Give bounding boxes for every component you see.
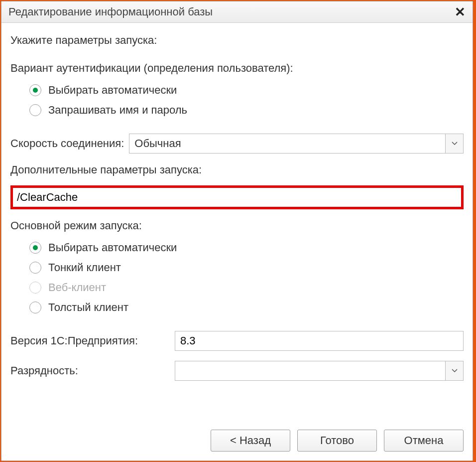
speed-value: Обычная — [129, 134, 445, 153]
auth-radio-group: Выбирать автоматически Запрашивать имя и… — [29, 84, 464, 124]
back-button[interactable]: < Назад — [211, 430, 290, 452]
radio-icon — [29, 242, 41, 254]
auth-label: Вариант аутентификации (определения поль… — [10, 62, 464, 75]
bitness-value — [175, 361, 445, 380]
extra-params-input[interactable] — [13, 188, 461, 207]
speed-label: Скорость соединения: — [10, 137, 124, 150]
runmode-label: Основной режим запуска: — [10, 219, 464, 232]
bitness-row: Разрядность: — [10, 361, 464, 381]
radio-icon — [29, 262, 41, 274]
dialog-window: Редактирование информационной базы ✕ Ука… — [1, 1, 473, 461]
bitness-combo[interactable] — [175, 361, 464, 381]
runmode-auto-label: Выбирать автоматически — [48, 241, 177, 254]
runmode-radio-web: Веб-клиент — [29, 281, 464, 294]
cancel-button[interactable]: Отмена — [384, 430, 464, 452]
radio-icon — [29, 282, 41, 294]
runmode-web-label: Веб-клиент — [48, 281, 106, 294]
auth-auto-label: Выбирать автоматически — [48, 84, 177, 97]
bitness-label: Разрядность: — [10, 364, 170, 377]
runmode-radio-group: Выбирать автоматически Тонкий клиент Веб… — [29, 241, 464, 321]
runmode-radio-thick[interactable]: Толстый клиент — [29, 301, 464, 314]
close-icon[interactable]: ✕ — [455, 5, 466, 18]
dialog-title: Редактирование информационной базы — [8, 5, 213, 18]
speed-row: Скорость соединения: Обычная — [10, 134, 464, 154]
chevron-down-icon[interactable] — [445, 361, 463, 380]
button-bar: < Назад Готово Отмена — [10, 415, 464, 452]
runmode-thin-label: Тонкий клиент — [48, 261, 121, 274]
extra-params-highlight — [10, 185, 464, 209]
radio-icon — [29, 104, 41, 116]
auth-radio-auto[interactable]: Выбирать автоматически — [29, 84, 464, 97]
done-button[interactable]: Готово — [297, 430, 377, 452]
runmode-radio-thin[interactable]: Тонкий клиент — [29, 261, 464, 274]
auth-prompt-label: Запрашивать имя и пароль — [48, 104, 187, 117]
heading-label: Укажите параметры запуска: — [10, 34, 464, 47]
version-input[interactable] — [175, 331, 464, 351]
chevron-down-icon[interactable] — [445, 134, 463, 153]
dialog-content: Укажите параметры запуска: Вариант аутен… — [1, 23, 473, 461]
runmode-thick-label: Толстый клиент — [48, 301, 128, 314]
version-label: Версия 1С:Предприятия: — [10, 334, 170, 347]
auth-radio-prompt[interactable]: Запрашивать имя и пароль — [29, 104, 464, 117]
titlebar: Редактирование информационной базы ✕ — [1, 1, 473, 23]
version-row: Версия 1С:Предприятия: — [10, 331, 464, 351]
extra-params-label: Дополнительные параметры запуска: — [10, 163, 464, 176]
speed-combo[interactable]: Обычная — [129, 134, 464, 154]
runmode-radio-auto[interactable]: Выбирать автоматически — [29, 241, 464, 254]
radio-icon — [29, 302, 41, 313]
radio-icon — [29, 84, 41, 96]
